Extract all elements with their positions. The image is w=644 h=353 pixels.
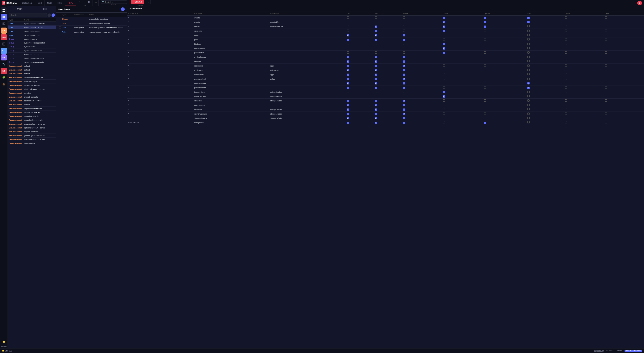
- perm-update-checkbox[interactable]: [484, 34, 486, 36]
- perm-dele-checkbox[interactable]: [605, 108, 607, 110]
- user-row[interactable]: ServiceAccountclusterrole-aggregation-c: [8, 87, 56, 91]
- perm-patch-checkbox[interactable]: [528, 60, 530, 62]
- perm-list-checkbox[interactable]: [347, 91, 349, 93]
- perm-list-checkbox[interactable]: [347, 30, 349, 32]
- perm-create-checkbox[interactable]: [443, 38, 445, 41]
- perm-watch[interactable]: [402, 90, 441, 94]
- perm-get[interactable]: [373, 94, 402, 99]
- role-row[interactable]: Role kube-system system::leader-locking-…: [56, 30, 127, 34]
- perm-get-checkbox[interactable]: ✓: [375, 34, 377, 37]
- perm-list-checkbox[interactable]: ✓: [347, 78, 349, 80]
- user-row[interactable]: ServiceAccountdeployment-controller: [8, 107, 56, 111]
- perm-dele-checkbox[interactable]: [605, 60, 607, 62]
- user-row[interactable]: ServiceAccountendpointslice-controller: [8, 118, 56, 122]
- role-checkbox-cell[interactable]: [58, 18, 62, 20]
- user-row[interactable]: ServiceAccountbootstrap-signer: [8, 80, 56, 84]
- perm-create[interactable]: [441, 116, 483, 120]
- perm-dele-checkbox[interactable]: [605, 73, 607, 75]
- sidebar-icon-tools[interactable]: 🔧: [1, 61, 7, 67]
- perm-patch-checkbox[interactable]: [528, 56, 530, 58]
- perm-update[interactable]: [482, 55, 526, 59]
- user-row[interactable]: ServiceAccountdisruption-controller: [8, 111, 56, 114]
- perm-delete[interactable]: [563, 55, 604, 59]
- perm-create[interactable]: [441, 112, 483, 116]
- perm-create-checkbox[interactable]: ✓: [443, 52, 445, 54]
- perm-delete-checkbox[interactable]: [565, 60, 567, 62]
- perm-patch-checkbox[interactable]: [528, 117, 530, 119]
- perm-update-checkbox[interactable]: [484, 65, 486, 67]
- perm-delete-checkbox[interactable]: [565, 34, 567, 36]
- perm-list-checkbox[interactable]: ✓: [347, 104, 349, 106]
- perm-delete[interactable]: [563, 120, 604, 125]
- perm-watch[interactable]: ✓: [402, 55, 441, 59]
- perm-list-checkbox[interactable]: [347, 47, 349, 49]
- role-checkbox-cell[interactable]: [58, 22, 62, 24]
- perm-patch[interactable]: [526, 68, 563, 72]
- perm-dele-checkbox[interactable]: [605, 25, 607, 27]
- perm-update[interactable]: [482, 29, 526, 33]
- perm-update-checkbox[interactable]: [484, 38, 486, 41]
- sidebar-icon-home[interactable]: [1, 8, 7, 14]
- perm-watch-checkbox[interactable]: [403, 95, 406, 97]
- user-row[interactable]: ServiceAccountcronjob-controller: [8, 95, 56, 99]
- perm-create[interactable]: [441, 120, 483, 125]
- perm-get[interactable]: ✓: [373, 72, 402, 77]
- perm-create-checkbox[interactable]: ✓: [443, 17, 445, 19]
- perm-dele-checkbox[interactable]: [605, 51, 607, 54]
- perm-update-checkbox[interactable]: [484, 95, 486, 97]
- perm-watch[interactable]: ✓: [402, 68, 441, 72]
- perm-get[interactable]: ✓: [373, 33, 402, 38]
- perm-get[interactable]: ✓: [373, 38, 402, 42]
- perm-create-checkbox[interactable]: [443, 34, 445, 36]
- nav-tab-deployment[interactable]: Deployment: [19, 0, 35, 6]
- perm-dele[interactable]: [604, 51, 644, 55]
- perm-get[interactable]: ✓: [373, 24, 402, 29]
- perm-update-checkbox[interactable]: ✓: [484, 21, 486, 23]
- perm-watch[interactable]: ✓: [402, 107, 441, 112]
- perm-patch[interactable]: [526, 72, 563, 77]
- user-avatar[interactable]: G: [637, 1, 642, 5]
- user-row[interactable]: ServiceAccountgeneric-garbage-collecto: [8, 134, 56, 138]
- perm-watch[interactable]: [402, 51, 441, 55]
- perm-update-checkbox[interactable]: [484, 91, 486, 93]
- perm-update-checkbox[interactable]: ✓: [484, 122, 486, 124]
- perm-watch[interactable]: ✓: [402, 33, 441, 38]
- perm-patch[interactable]: [526, 64, 563, 68]
- perm-create[interactable]: ✓: [441, 20, 483, 24]
- sidebar-avatar-kt4[interactable]: KT: [1, 68, 7, 74]
- perm-get[interactable]: ✓: [373, 86, 402, 90]
- user-row[interactable]: ServiceAccountdefault: [8, 64, 56, 68]
- perm-watch-checkbox[interactable]: ✓: [403, 74, 406, 76]
- perm-watch[interactable]: [402, 46, 441, 51]
- perm-patch[interactable]: [526, 103, 563, 107]
- user-row[interactable]: ServiceAccountjob-controller: [8, 141, 56, 145]
- perm-watch-checkbox[interactable]: [403, 47, 406, 49]
- perm-delete-checkbox[interactable]: [565, 69, 567, 71]
- user-row[interactable]: Groupsystem:monitoring: [8, 53, 56, 57]
- role-checkbox[interactable]: [59, 27, 61, 29]
- perm-get-checkbox[interactable]: ✓: [375, 87, 377, 89]
- perm-dele-checkbox[interactable]: [605, 69, 607, 71]
- perm-create[interactable]: [441, 99, 483, 103]
- perm-watch[interactable]: [402, 24, 441, 29]
- perm-delete-checkbox[interactable]: [565, 21, 567, 23]
- perm-dele[interactable]: [604, 24, 644, 29]
- perm-update-checkbox[interactable]: [484, 78, 486, 80]
- perm-list-checkbox[interactable]: [347, 43, 349, 45]
- perm-delete[interactable]: [563, 77, 604, 81]
- perm-list-checkbox[interactable]: ✓: [347, 122, 349, 124]
- perm-delete-checkbox[interactable]: [565, 95, 567, 97]
- role-row[interactable]: Clust... system:volume-scheduler: [56, 21, 127, 26]
- perm-create[interactable]: [441, 38, 483, 42]
- perm-dele-checkbox[interactable]: [605, 95, 607, 97]
- perm-watch-checkbox[interactable]: ✓: [403, 104, 406, 106]
- nav-tab-grid[interactable]: Grid: [35, 0, 44, 6]
- search-wrap[interactable]: 🔍: [101, 0, 127, 4]
- perm-create-checkbox[interactable]: [443, 104, 445, 106]
- perm-watch-checkbox[interactable]: ✓: [403, 82, 406, 85]
- perm-create[interactable]: [441, 55, 483, 59]
- perm-dele[interactable]: [604, 77, 644, 81]
- perm-patch[interactable]: [526, 29, 563, 33]
- user-row[interactable]: Usersystem:kube-controller-m: [8, 22, 56, 26]
- perm-patch[interactable]: [526, 38, 563, 42]
